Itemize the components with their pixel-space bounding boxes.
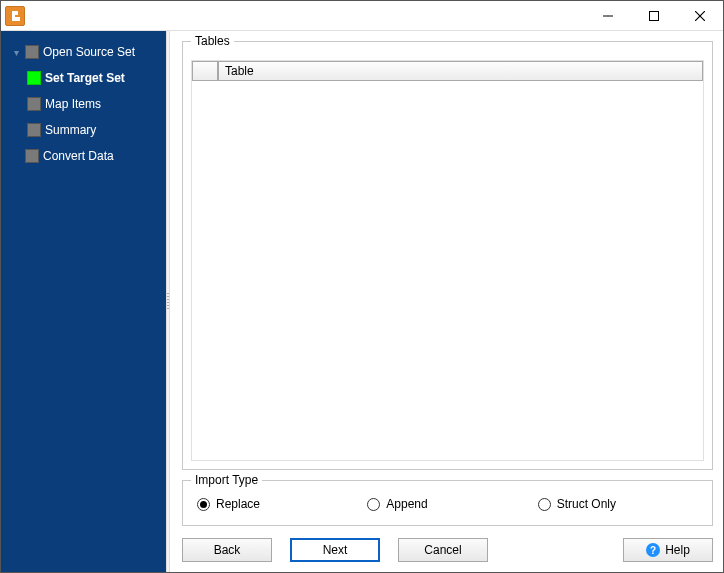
radio-icon (367, 498, 380, 511)
column-header-table[interactable]: Table (218, 61, 703, 81)
radio-label: Replace (216, 497, 260, 511)
back-button[interactable]: Back (182, 538, 272, 562)
wizard-steps-sidebar: ▾ Open Source Set Set Target Set Map Ite… (1, 31, 166, 572)
back-button-label: Back (214, 543, 241, 557)
tree-toggle-icon: ▾ (11, 47, 21, 58)
cancel-button[interactable]: Cancel (398, 538, 488, 562)
table-body-empty (192, 81, 703, 460)
step-label: Summary (45, 123, 96, 137)
help-icon: ? (646, 543, 660, 557)
radio-struct-only[interactable]: Struct Only (538, 497, 698, 511)
app-icon (5, 6, 25, 26)
step-box-icon (27, 71, 41, 85)
window-body: ▾ Open Source Set Set Target Set Map Ite… (1, 31, 723, 572)
main-panel: Tables Table Import Type Replace (170, 31, 723, 572)
table-header-row: Table (192, 61, 703, 81)
step-convert-data[interactable]: Convert Data (5, 143, 166, 169)
step-box-icon (27, 97, 41, 111)
radio-label: Struct Only (557, 497, 616, 511)
step-box-icon (25, 149, 39, 163)
splitter-handle[interactable] (166, 31, 170, 572)
radio-replace[interactable]: Replace (197, 497, 357, 511)
wizard-window: ▾ Open Source Set Set Target Set Map Ite… (0, 0, 724, 573)
column-header-checkbox[interactable] (192, 61, 218, 81)
tables-list[interactable]: Table (191, 60, 704, 461)
step-label: Open Source Set (43, 45, 135, 59)
maximize-button[interactable] (631, 1, 677, 30)
help-button[interactable]: ? Help (623, 538, 713, 562)
step-label: Convert Data (43, 149, 114, 163)
radio-label: Append (386, 497, 427, 511)
tables-groupbox: Tables Table (182, 41, 713, 470)
radio-icon (538, 498, 551, 511)
radio-icon (197, 498, 210, 511)
cancel-button-label: Cancel (424, 543, 461, 557)
step-box-icon (25, 45, 39, 59)
next-button-label: Next (323, 543, 348, 557)
next-button[interactable]: Next (290, 538, 380, 562)
step-label: Map Items (45, 97, 101, 111)
step-open-source-set[interactable]: ▾ Open Source Set (5, 39, 166, 65)
import-type-legend: Import Type (191, 473, 262, 487)
import-type-groupbox: Import Type Replace Append Struct Only (182, 480, 713, 526)
titlebar (1, 1, 723, 31)
radio-append[interactable]: Append (367, 497, 527, 511)
svg-rect-1 (650, 11, 659, 20)
help-button-label: Help (665, 543, 690, 557)
window-controls (585, 1, 723, 30)
wizard-button-row: Back Next Cancel ? Help (182, 538, 713, 562)
tables-legend: Tables (191, 34, 234, 48)
minimize-button[interactable] (585, 1, 631, 30)
step-label: Set Target Set (45, 71, 125, 85)
step-set-target-set[interactable]: Set Target Set (5, 65, 166, 91)
step-box-icon (27, 123, 41, 137)
close-button[interactable] (677, 1, 723, 30)
step-map-items[interactable]: Map Items (5, 91, 166, 117)
step-summary[interactable]: Summary (5, 117, 166, 143)
